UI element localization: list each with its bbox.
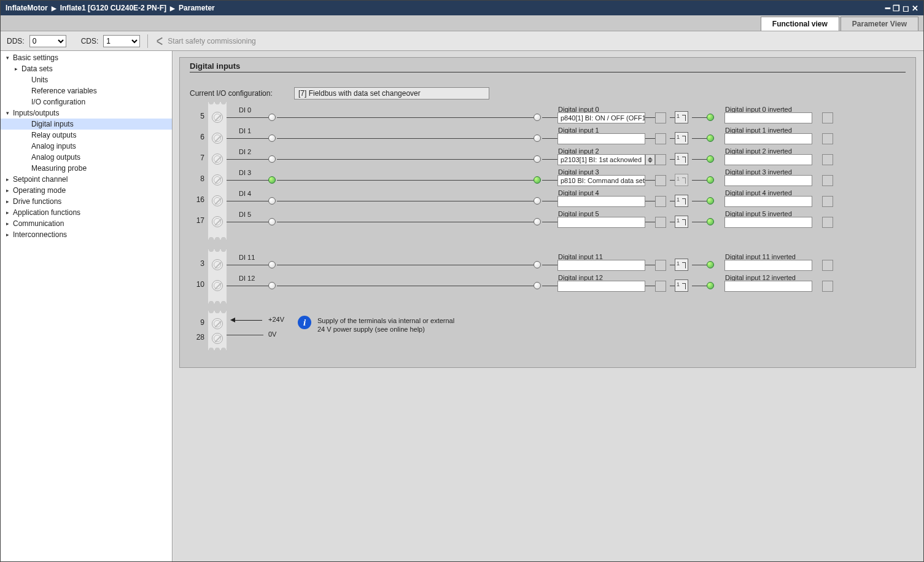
breadcrumb-part[interactable]: InflateMotor bbox=[6, 4, 48, 12]
terminal-icon bbox=[212, 259, 223, 270]
di-inverted-field[interactable] bbox=[724, 175, 812, 186]
di-interconnection-field[interactable] bbox=[557, 217, 645, 228]
di-inverted-select-button[interactable] bbox=[822, 217, 833, 228]
di-inverted-field[interactable] bbox=[724, 217, 812, 228]
di-inverted-field[interactable] bbox=[724, 281, 812, 292]
inverter-gate-icon[interactable] bbox=[675, 216, 688, 228]
dds-select[interactable]: 0 bbox=[29, 35, 66, 47]
tab-functional-view[interactable]: Functional view bbox=[761, 17, 839, 31]
tree-item-label: Analog inputs bbox=[31, 142, 76, 150]
di-interconnection-field[interactable]: p2103[1] BI: 1st acknowled bbox=[557, 154, 645, 165]
signal-led-icon bbox=[534, 261, 541, 268]
inverter-gate-icon[interactable] bbox=[675, 174, 688, 186]
di-inverted-select-button[interactable] bbox=[822, 281, 833, 292]
wire bbox=[692, 222, 707, 222]
tree-item-drive-functions[interactable]: ▸Drive functions bbox=[1, 196, 172, 207]
di-select-button[interactable] bbox=[655, 154, 666, 165]
di-select-button[interactable] bbox=[655, 112, 666, 123]
di-interconnection-field[interactable] bbox=[557, 281, 645, 292]
di-select-button[interactable] bbox=[655, 217, 666, 228]
tree-item-i-o-configuration[interactable]: I/O configuration bbox=[1, 96, 172, 107]
main-area: Digital inputs Current I/O configuration… bbox=[173, 51, 923, 561]
di-inverted-field[interactable] bbox=[724, 154, 812, 165]
di-row-di11: 3DI 11Digital input 11Digital input 11 i… bbox=[190, 254, 906, 275]
tree-item-inputs-outputs[interactable]: ▾Inputs/outputs bbox=[1, 107, 172, 119]
tree-item-communication[interactable]: ▸Communication bbox=[1, 218, 172, 229]
signal-led-icon bbox=[268, 197, 276, 205]
inverter-gate-icon[interactable] bbox=[675, 195, 688, 207]
di-interconnection-field[interactable]: p840[1] BI: ON / OFF (OFF1) bbox=[557, 112, 645, 123]
di-interconnection-field[interactable] bbox=[557, 260, 645, 271]
tree-item-label: Communication bbox=[13, 219, 64, 228]
di-interconnection-field[interactable] bbox=[557, 196, 645, 207]
di-label: DI 11 bbox=[239, 254, 255, 261]
di-inverted-field[interactable] bbox=[724, 112, 812, 123]
wrench-icon bbox=[155, 37, 164, 45]
minimize-button[interactable]: ━ bbox=[885, 4, 890, 13]
split-button[interactable]: ❐ bbox=[893, 4, 900, 13]
wire bbox=[277, 222, 534, 222]
terminal-number: 3 bbox=[190, 259, 204, 268]
tree-item-analog-inputs[interactable]: Analog inputs bbox=[1, 141, 172, 152]
tree-item-label: Data sets bbox=[21, 64, 53, 73]
inverter-gate-icon[interactable] bbox=[675, 153, 688, 165]
di-inverted-select-button[interactable] bbox=[822, 196, 833, 207]
di-select-button[interactable] bbox=[655, 133, 666, 144]
breadcrumb-part[interactable]: Parameter bbox=[179, 4, 215, 12]
di-inverted-select-button[interactable] bbox=[822, 175, 833, 186]
di-inverted-field[interactable] bbox=[724, 196, 812, 207]
wire bbox=[227, 180, 270, 181]
tree-item-label: Setpoint channel bbox=[13, 175, 68, 184]
di-interconnection-field[interactable] bbox=[557, 133, 645, 144]
breadcrumb-part[interactable]: Inflate1 [G120 CU240E-2 PN-F] bbox=[60, 4, 166, 12]
wire bbox=[227, 138, 270, 139]
tree-item-digital-inputs[interactable]: Digital inputs bbox=[1, 119, 172, 130]
tree-item-relay-outputs[interactable]: Relay outputs bbox=[1, 130, 172, 141]
tree-item-operating-mode[interactable]: ▸Operating mode bbox=[1, 185, 172, 196]
inverter-gate-icon[interactable] bbox=[675, 259, 688, 271]
di-select-button[interactable] bbox=[655, 196, 666, 207]
stepper-icon[interactable] bbox=[645, 154, 655, 165]
safety-commissioning-button[interactable]: Start safety commissioning bbox=[155, 37, 255, 45]
wire bbox=[692, 180, 707, 181]
di-inverted-field[interactable] bbox=[724, 260, 812, 271]
wire bbox=[670, 138, 675, 139]
tree-item-analog-outputs[interactable]: Analog outputs bbox=[1, 152, 172, 163]
tree-item-units[interactable]: Units bbox=[1, 74, 172, 85]
close-button[interactable]: ✕ bbox=[912, 4, 918, 13]
io-config-value[interactable]: [7] Fieldbus with data set changeover bbox=[294, 87, 489, 100]
tree-item-label: Basic settings bbox=[13, 53, 58, 62]
tab-parameter-view[interactable]: Parameter View bbox=[841, 17, 918, 31]
di-inverted-select-button[interactable] bbox=[822, 154, 833, 165]
di-interconnection-field[interactable]: p810 BI: Command data set se bbox=[557, 175, 645, 186]
di-inverted-field[interactable] bbox=[724, 133, 812, 144]
tree-item-measuring-probe[interactable]: Measuring probe bbox=[1, 163, 172, 174]
tree-item-reference-variables[interactable]: Reference variables bbox=[1, 85, 172, 96]
maximize-button[interactable]: ◻ bbox=[903, 4, 909, 13]
nav-tree[interactable]: ▾Basic settings▸Data setsUnitsReference … bbox=[1, 51, 173, 561]
di-inverted-select-button[interactable] bbox=[822, 133, 833, 144]
wire bbox=[670, 180, 675, 181]
tree-item-interconnections[interactable]: ▸Interconnections bbox=[1, 229, 172, 240]
inverter-gate-icon[interactable] bbox=[675, 132, 688, 144]
wire bbox=[277, 180, 534, 181]
safety-label: Start safety commissioning bbox=[168, 37, 255, 45]
wire bbox=[277, 201, 534, 201]
tree-item-setpoint-channel[interactable]: ▸Setpoint channel bbox=[1, 174, 172, 185]
tree-item-data-sets[interactable]: ▸Data sets bbox=[1, 63, 172, 74]
voltage-label: 0V bbox=[268, 330, 276, 338]
signal-led-icon bbox=[534, 218, 541, 225]
tree-item-label: Digital inputs bbox=[31, 120, 74, 128]
inverter-gate-icon[interactable] bbox=[675, 279, 688, 292]
inverter-gate-icon[interactable] bbox=[675, 111, 688, 123]
tree-item-application-functions[interactable]: ▸Application functions bbox=[1, 207, 172, 218]
tree-item-basic-settings[interactable]: ▾Basic settings bbox=[1, 52, 172, 63]
di-select-button[interactable] bbox=[655, 175, 666, 186]
di-inverted-select-button[interactable] bbox=[822, 112, 833, 123]
di-select-button[interactable] bbox=[655, 260, 666, 271]
signal-led-icon bbox=[268, 114, 276, 121]
di-inverted-select-button[interactable] bbox=[822, 260, 833, 271]
cds-select[interactable]: 1 bbox=[103, 35, 140, 47]
di-select-button[interactable] bbox=[655, 281, 666, 292]
info-text: Supply of the terminals via internal or … bbox=[317, 316, 454, 334]
